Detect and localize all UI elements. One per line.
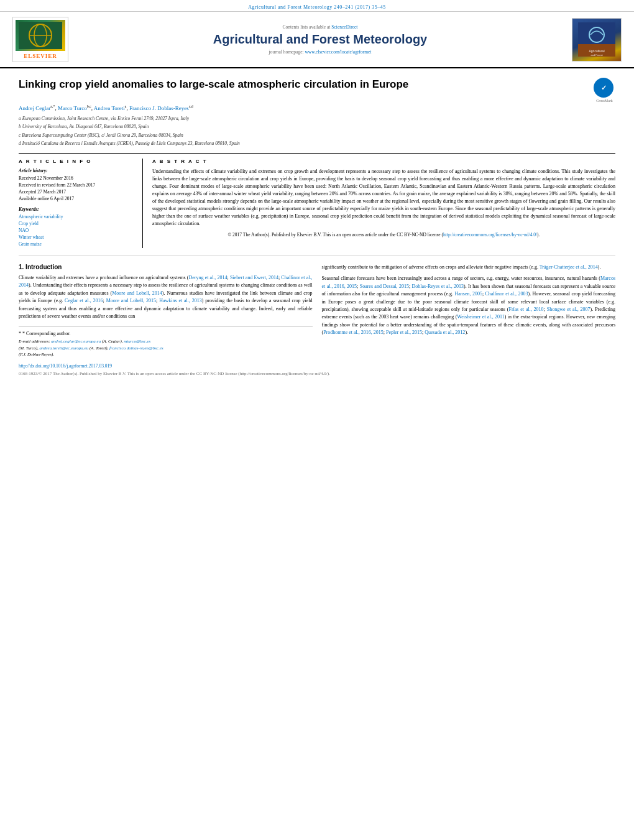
crossmark-icon: ✓ xyxy=(594,78,613,98)
journal-main-title: Agricultural and Forest Meteorology xyxy=(81,32,559,47)
bottom-license: 0168-1923/© 2017 The Author(s). Publishe… xyxy=(19,371,615,377)
copyright-line: © 2017 The Author(s). Published by Elsev… xyxy=(152,231,615,238)
keyword-1[interactable]: Atmospheric variability xyxy=(19,214,135,219)
introduction-section: 1. Introduction Climate variability and … xyxy=(19,264,615,358)
article-title-section: Linking crop yield anomalies to large-sc… xyxy=(19,78,615,99)
copyright-text: © 2017 The Author(s). Published by Elsev… xyxy=(228,232,443,238)
intro-section-title: 1. Introduction xyxy=(19,264,313,270)
elsevier-logo-box: ELSEVIER xyxy=(12,17,68,62)
cc-link[interactable]: http://creativecommons.org/licenses/by-n… xyxy=(443,232,537,238)
accepted-date: Accepted 27 March 2017 xyxy=(19,189,135,195)
intro-left-paragraph: Climate variability and extremes have a … xyxy=(19,274,313,320)
affiliations: a European Commission, Joint Research Ce… xyxy=(19,115,615,147)
ref-shongwe[interactable]: Shongwe et al., 2007 xyxy=(547,307,590,312)
svg-text:Agricultural: Agricultural xyxy=(589,49,604,53)
author-toreti[interactable]: Andrea Toreti xyxy=(94,105,125,111)
affiliation-a: a European Commission, Joint Research Ce… xyxy=(19,115,615,122)
contents-available-text: Contents lists available at ScienceDirec… xyxy=(81,24,559,30)
abstract-col: A B S T R A C T Understanding the effect… xyxy=(152,159,615,248)
ref-soares[interactable]: Soares and Dessai, 2015 xyxy=(360,284,409,289)
intro-right-p1: significantly contribute to the mitigati… xyxy=(322,264,616,271)
elsevier-text: ELSEVIER xyxy=(16,53,65,59)
affiliation-b: b University of Barcelona, Av. Diagonal … xyxy=(19,123,615,130)
keyword-5[interactable]: Grain maize xyxy=(19,241,135,247)
abstract-heading: A B S T R A C T xyxy=(152,159,615,164)
journal-logo-right: Agricultural and Forest xyxy=(572,18,622,62)
elsevier-logo: ELSEVIER xyxy=(12,17,68,62)
svg-text:and Forest: and Forest xyxy=(590,53,603,57)
email-doblas[interactable]: francisco.doblas-reyes@bsc.es xyxy=(109,346,163,351)
journal-top-bar: Agricultural and Forest Meteorology 240–… xyxy=(0,0,634,12)
ref-frias[interactable]: Frías et al., 2010 xyxy=(508,307,543,312)
abstract-text: Understanding the effects of climate var… xyxy=(152,168,615,238)
keyword-2[interactable]: Crop yield xyxy=(19,221,135,226)
email-turco[interactable]: mturco@bsc.es xyxy=(124,339,150,344)
ref-moore-lobell-2015[interactable]: Moore and Lobell, 2015 xyxy=(106,298,156,303)
keywords-label: Keywords: xyxy=(19,206,135,212)
abstract-paragraph: Understanding the effects of climate var… xyxy=(152,168,615,228)
article-main-title: Linking crop yield anomalies to large-sc… xyxy=(19,78,587,91)
intro-right-p2: Seasonal climate forecasts have been inc… xyxy=(322,275,616,336)
ref-quesada[interactable]: Quesada et al., 2012 xyxy=(425,330,465,335)
article-content: Linking crop yield anomalies to large-sc… xyxy=(0,68,634,386)
ref-hansen[interactable]: Hansen, 2005 xyxy=(454,291,482,297)
intro-left-col: 1. Introduction Climate variability and … xyxy=(19,264,313,358)
ref-doblas-2013[interactable]: Doblas-Reyes et al., 2013 xyxy=(412,284,464,289)
ref-hawkins[interactable]: Hawkins et al., 2013 xyxy=(159,298,202,303)
article-history-label: Article history: xyxy=(19,168,135,173)
intro-right-col: significantly contribute to the mitigati… xyxy=(322,264,616,358)
article-info-abstract-section: A R T I C L E I N F O Article history: R… xyxy=(19,153,615,248)
email-label: E-mail addresses: xyxy=(19,339,51,344)
received-revised-date: Received in revised form 22 March 2017 xyxy=(19,182,135,188)
journal-header: ELSEVIER Contents lists available at Sci… xyxy=(0,12,634,68)
bottom-doi[interactable]: http://dx.doi.org/10.1016/j.agrformet.20… xyxy=(19,363,615,369)
authors-line: Andrej Ceglara,*, Marco Turcob,c, Andrea… xyxy=(19,104,615,111)
intro-left-text: Climate variability and extremes have a … xyxy=(19,274,313,320)
intro-right-text: significantly contribute to the mitigati… xyxy=(322,264,616,337)
ref-deryng[interactable]: Deryng et al., 2014 xyxy=(188,275,227,280)
received-date: Received 22 November 2016 xyxy=(19,175,135,181)
article-history: Article history: Received 22 November 20… xyxy=(19,168,135,201)
available-online-date: Available online 6 April 2017 xyxy=(19,196,135,201)
ref-prodhomme[interactable]: Prodhomme et al., 2016, 2015 xyxy=(323,330,384,335)
ref-trager[interactable]: Träger-Chatterjee et al., 2014 xyxy=(540,264,598,270)
ref-weisheimer[interactable]: Weisheimer et al., 2011 xyxy=(457,314,504,320)
journal-citation: Agricultural and Forest Meteorology 240–… xyxy=(248,4,385,10)
affiliation-c: c Barcelona Supercomputing Center (BSC),… xyxy=(19,132,615,139)
journal-homepage-link[interactable]: www.elsevier.com/locate/agrformet xyxy=(305,49,371,55)
ref-moore-lobell[interactable]: Moore and Lobell, 2014 xyxy=(112,290,162,296)
journal-homepage: journal homepage: www.elsevier.com/locat… xyxy=(81,49,559,55)
sciencedirect-link[interactable]: ScienceDirect xyxy=(331,24,357,30)
email-toreti[interactable]: andrea.toreti@ec.europa.eu xyxy=(40,346,89,351)
ref-challinor-2003[interactable]: Challinor et al., 2003 xyxy=(485,291,528,297)
crossmark-label: CrossMark xyxy=(594,99,615,103)
ref-pepler[interactable]: Pepler et al., 2015 xyxy=(386,330,422,335)
author-doblas[interactable]: Francisco J. Doblas-Reyes xyxy=(129,105,189,111)
journal-header-center: Contents lists available at ScienceDirec… xyxy=(68,24,572,55)
keyword-4[interactable]: Winter wheat xyxy=(19,234,135,240)
ref-ceglar-2016[interactable]: Ceglar et al., 2016 xyxy=(65,298,103,303)
footnote-area: * * Corresponding author. E-mail address… xyxy=(19,326,313,358)
author-ceglar[interactable]: Andrej Ceglar xyxy=(19,105,50,111)
page-wrapper: Agricultural and Forest Meteorology 240–… xyxy=(0,0,634,386)
ref-siebert[interactable]: Siebert and Ewert, 2014 xyxy=(230,275,278,280)
footnote-star: * * Corresponding author. xyxy=(19,331,313,336)
keywords-section: Keywords: Atmospheric variability Crop y… xyxy=(19,206,135,247)
section-divider xyxy=(19,256,615,256)
article-info-heading: A R T I C L E I N F O xyxy=(19,159,135,164)
affiliation-d: d Institució Catalana de Recerca i Estud… xyxy=(19,140,615,147)
author-turco[interactable]: Marco Turco xyxy=(58,105,87,111)
keyword-3[interactable]: NAO xyxy=(19,228,135,233)
elsevier-logo-img xyxy=(16,20,65,51)
article-info-col: A R T I C L E I N F O Article history: R… xyxy=(19,159,143,248)
email-ceglar[interactable]: andrej.ceglar@ec.europa.eu xyxy=(51,339,101,344)
crossmark-logo[interactable]: ✓ CrossMark xyxy=(594,78,615,99)
footnote-emails: E-mail addresses: andrej.ceglar@ec.europ… xyxy=(19,338,313,358)
